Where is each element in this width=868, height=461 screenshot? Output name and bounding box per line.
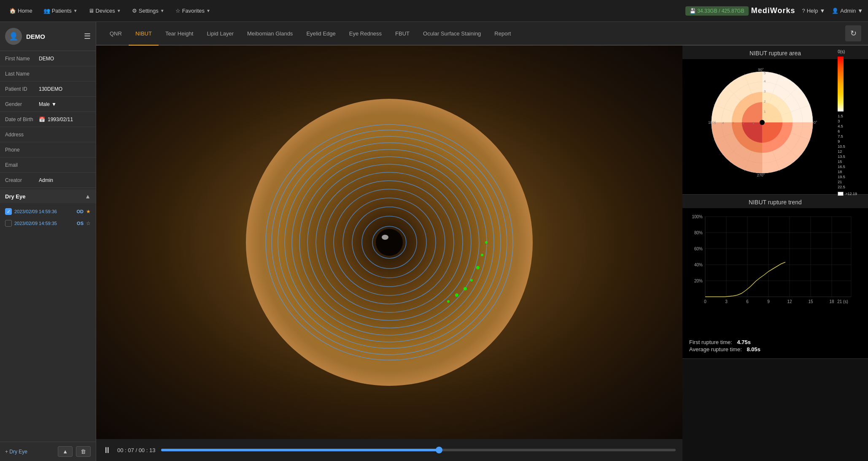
app-logo: MediWorks: [751, 6, 795, 15]
tab-report-label: Report: [494, 30, 511, 37]
svg-text:4: 4: [764, 79, 766, 83]
refresh-button[interactable]: ↻: [845, 25, 861, 41]
svg-text:2: 2: [742, 121, 744, 125]
last-name-row: Last Name: [0, 66, 96, 81]
admin-chevron-icon: ▼: [857, 8, 863, 14]
pause-button[interactable]: ⏸: [103, 445, 111, 455]
phone-label: Phone: [5, 147, 39, 153]
time-total: 00 : 13: [139, 447, 156, 453]
exam-checkbox-2[interactable]: [5, 220, 12, 227]
home-icon: 🏠: [9, 8, 16, 14]
gender-chevron-icon: ▼: [51, 101, 57, 107]
nibut-trend-title: NIBUT rupture trend: [682, 195, 868, 208]
svg-text:0°: 0°: [814, 120, 817, 125]
devices-icon: 🖥: [89, 8, 94, 14]
collapse-icon: ▲: [85, 193, 91, 200]
tab-meibomian-glands[interactable]: Meibomian Glands: [240, 22, 299, 46]
svg-text:3: 3: [732, 121, 734, 125]
favorites-nav[interactable]: ☆ Favorites ▼: [171, 5, 215, 16]
svg-text:3: 3: [764, 89, 766, 93]
dry-eye-header[interactable]: Dry Eye ▲: [0, 190, 96, 203]
gender-dropdown[interactable]: Male ▼: [39, 101, 91, 107]
svg-point-21: [455, 293, 458, 297]
exam2-star-icon[interactable]: ☆: [86, 220, 91, 226]
tab-eye-redness[interactable]: Eye Redness: [342, 22, 388, 46]
exam-item-2: 2023/02/09 14:59:35 OS ☆: [3, 217, 92, 229]
exam1-star-icon[interactable]: ★: [86, 209, 91, 214]
exam2-date: 2023/02/09 14:59:35: [14, 221, 74, 226]
patients-label: Patients: [52, 8, 72, 14]
storage-label: 34.33GB / 425.87GB: [697, 8, 744, 14]
exam2-eye: OS: [77, 221, 84, 226]
delete-button[interactable]: 🗑: [76, 446, 91, 457]
favorites-chevron-icon: ▼: [206, 8, 210, 13]
exam1-eye: OD: [77, 209, 84, 214]
dob-row: Date of Birth 📅 1993/02/11: [0, 112, 96, 127]
exam-item-1: 2023/02/09 14:59:36 OD ★: [3, 206, 92, 217]
help-button[interactable]: ? Help ▼: [802, 8, 825, 14]
svg-text:9: 9: [767, 299, 770, 304]
sidebar-bottom: + Dry Eye ▲ 🗑: [0, 442, 96, 461]
svg-text:15: 15: [808, 299, 813, 304]
progress-handle[interactable]: [436, 447, 442, 453]
dry-eye-section: Dry Eye ▲ 2023/02/09 14:59:36 OD ★ 2023/…: [0, 190, 96, 232]
patient-name: DEMO: [26, 33, 80, 40]
avg-rupture-label: Average rupture time:: [689, 346, 742, 353]
nibut-area-chart: 90° 0° 270° 180° 1 2 3 4 5: [682, 59, 868, 194]
home-nav[interactable]: 🏠 Home: [5, 5, 37, 16]
svg-text:5: 5: [714, 121, 716, 125]
svg-point-23: [382, 235, 388, 240]
tab-tear-height[interactable]: Tear Height: [159, 22, 200, 46]
menu-icon[interactable]: ☰: [84, 32, 91, 41]
tab-fbut[interactable]: FBUT: [388, 22, 416, 46]
gender-value: Male: [39, 101, 50, 107]
tab-qnr-label: QNR: [110, 30, 122, 37]
svg-text:100%: 100%: [692, 214, 703, 219]
nibut-trend-chart: 100% 80% 60% 40% 20% 0 3 6 9 12 15: [682, 208, 868, 335]
creator-label: Creator: [5, 177, 39, 183]
phone-row: Phone: [0, 142, 96, 157]
devices-nav[interactable]: 🖥 Devices ▼: [84, 5, 125, 16]
tab-nibut[interactable]: NIBUT: [129, 22, 159, 46]
gender-label: Gender: [5, 101, 39, 107]
video-controls: ⏸ 00 : 07 / 00 : 13: [96, 439, 682, 461]
gender-row: Gender Male ▼: [0, 97, 96, 112]
tab-ocular-surface-staining-label: Ocular Surface Staining: [423, 30, 481, 37]
nibut-legend: 0(s) 1.5 3 4.5 6 7.5 9 10.5 12 13.5: [838, 49, 860, 196]
settings-nav[interactable]: ⚙ Settings ▼: [128, 5, 169, 16]
svg-point-48: [760, 120, 765, 125]
time-current: 00 : 07: [117, 447, 134, 453]
add-dry-eye-button[interactable]: + Dry Eye: [5, 449, 27, 455]
favorites-icon: ☆: [175, 8, 181, 14]
exam-checkbox-1[interactable]: [5, 208, 12, 215]
tab-eyelid-edge[interactable]: Eyelid Edge: [299, 22, 342, 46]
time-display: 00 : 07 / 00 : 13: [117, 447, 155, 453]
svg-text:4: 4: [722, 121, 724, 125]
tab-qnr[interactable]: QNR: [103, 22, 129, 46]
calendar-icon: 📅: [39, 117, 45, 122]
svg-text:12: 12: [787, 299, 792, 304]
email-label: Email: [5, 162, 39, 168]
tab-eye-redness-label: Eye Redness: [349, 30, 382, 37]
tab-eyelid-edge-label: Eyelid Edge: [306, 30, 335, 37]
svg-text:1: 1: [752, 121, 755, 125]
svg-point-16: [470, 279, 473, 282]
scroll-up-button[interactable]: ▲: [58, 446, 73, 457]
main-layout: 👤 DEMO ☰ First Name DEMO Last Name Patie…: [0, 22, 868, 461]
home-label: Home: [18, 8, 32, 14]
svg-point-15: [476, 266, 480, 269]
svg-point-22: [376, 229, 403, 256]
tab-report[interactable]: Report: [488, 22, 518, 46]
progress-bar[interactable]: [161, 449, 676, 451]
storage-indicator: 💾 34.33GB / 425.87GB: [685, 6, 749, 16]
tab-lipid-layer[interactable]: Lipid Layer: [200, 22, 240, 46]
svg-text:6: 6: [746, 299, 749, 304]
tab-ocular-surface-staining[interactable]: Ocular Surface Staining: [416, 22, 488, 46]
progress-fill: [161, 449, 439, 451]
first-rupture-label: First rupture time:: [689, 339, 732, 345]
video-panel: ⏸ 00 : 07 / 00 : 13: [96, 46, 682, 461]
svg-text:5: 5: [764, 71, 766, 75]
patients-nav[interactable]: 👥 Patients ▼: [39, 5, 82, 16]
admin-button[interactable]: 👤 Admin ▼: [832, 8, 863, 14]
svg-point-18: [464, 287, 467, 290]
